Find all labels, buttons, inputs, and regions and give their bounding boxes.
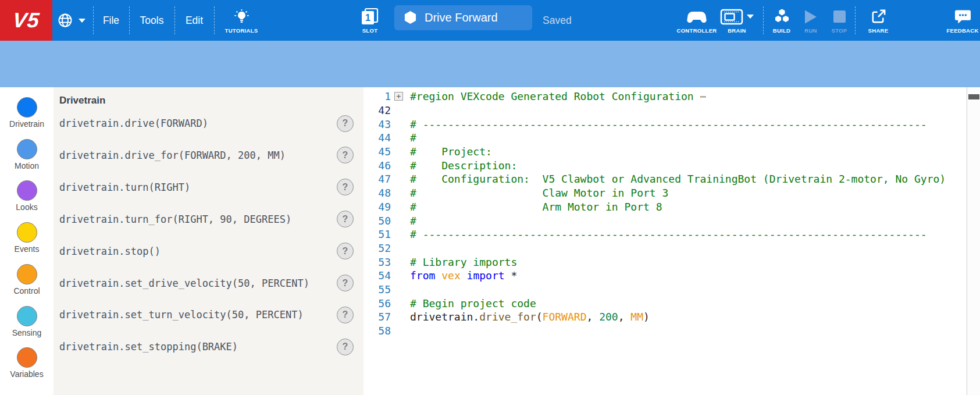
command-row[interactable]: drivetrain.stop()? bbox=[54, 235, 364, 267]
code-token: vex bbox=[441, 269, 461, 282]
code-line[interactable]: 50# bbox=[364, 213, 967, 227]
line-number: 56 bbox=[364, 297, 391, 309]
code-line[interactable]: 43# ------------------------------------… bbox=[364, 117, 967, 131]
editor-scrollbar[interactable] bbox=[967, 87, 980, 395]
sidebar-item-sensing[interactable]: Sensing bbox=[0, 306, 54, 337]
command-row[interactable]: drivetrain.turn_for(RIGHT, 90, DEGREES)? bbox=[54, 203, 364, 235]
slot-button[interactable]: 1 SLOT bbox=[356, 0, 384, 41]
code-token: # Begin project code bbox=[410, 297, 536, 309]
command-row[interactable]: drivetrain.drive_for(FORWARD, 200, MM)? bbox=[54, 139, 364, 171]
category-circle-icon bbox=[17, 139, 37, 159]
code-editor[interactable]: 1+#region VEXcode Generated Robot Config… bbox=[364, 87, 980, 395]
line-number: 42 bbox=[364, 104, 391, 116]
share-button[interactable]: SHARE bbox=[864, 0, 892, 41]
command-help-button[interactable]: ? bbox=[337, 211, 354, 227]
command-help-button[interactable]: ? bbox=[337, 307, 354, 323]
sidebar-item-looks[interactable]: Looks bbox=[0, 180, 54, 212]
code-lines: 1+#region VEXcode Generated Robot Config… bbox=[364, 90, 967, 337]
command-help-button[interactable]: ? bbox=[337, 243, 354, 259]
category-circle-icon bbox=[17, 180, 37, 201]
menu-file[interactable]: File bbox=[93, 0, 129, 41]
code-line[interactable]: 53# Library imports bbox=[364, 255, 967, 269]
code-line[interactable]: 44# bbox=[364, 131, 967, 145]
line-number: 48 bbox=[364, 187, 391, 199]
run-button[interactable]: RUN bbox=[798, 0, 824, 41]
palette-header: Drivetrain bbox=[59, 95, 105, 106]
sidebar-item-drivetrain[interactable]: Drivetrain bbox=[0, 97, 54, 129]
feedback-button[interactable]: FEEDBACK bbox=[943, 0, 980, 41]
menu-edit[interactable]: Edit bbox=[174, 0, 214, 41]
workspace-toolbar: Code ? bbox=[0, 41, 980, 87]
tutorials-button[interactable]: TUTORIALS bbox=[214, 0, 269, 41]
controller-button[interactable]: CONTROLLER bbox=[675, 0, 719, 41]
code-line[interactable]: 52 bbox=[364, 241, 967, 255]
line-number: 55 bbox=[364, 283, 391, 296]
command-row[interactable]: drivetrain.set_turn_velocity(50, PERCENT… bbox=[54, 299, 364, 331]
sidebar-item-variables[interactable]: Variables bbox=[0, 347, 54, 379]
sidebar-item-control[interactable]: Control bbox=[0, 264, 54, 296]
command-help-button[interactable]: ? bbox=[337, 147, 354, 163]
command-text: drivetrain.turn(RIGHT) bbox=[59, 182, 190, 193]
code-line[interactable]: 46# Description: bbox=[364, 158, 967, 172]
line-number: 57 bbox=[364, 311, 391, 323]
code-line[interactable]: 54from vex import * bbox=[364, 269, 967, 283]
line-number: 50 bbox=[364, 215, 391, 227]
command-help-button[interactable]: ? bbox=[337, 179, 354, 195]
svg-text:1: 1 bbox=[365, 13, 370, 23]
command-help-button[interactable]: ? bbox=[337, 339, 354, 355]
line-number: 58 bbox=[364, 325, 391, 337]
command-text: drivetrain.drive(FORWARD) bbox=[59, 118, 208, 129]
line-number: 47 bbox=[364, 173, 391, 185]
code-token: # --------------------------------------… bbox=[410, 228, 927, 240]
category-label: Events bbox=[15, 244, 40, 254]
command-help-button[interactable]: ? bbox=[337, 275, 354, 291]
code-line[interactable]: 45# Project: bbox=[364, 145, 967, 159]
line-number: 52 bbox=[364, 242, 391, 254]
project-name: Drive Forward bbox=[425, 11, 498, 24]
menu-tools[interactable]: Tools bbox=[129, 0, 174, 41]
category-circle-icon bbox=[17, 347, 37, 368]
build-button[interactable]: BUILD bbox=[768, 0, 795, 41]
code-line[interactable]: 1+#region VEXcode Generated Robot Config… bbox=[364, 90, 967, 104]
code-token: ) bbox=[643, 311, 650, 323]
hexagon-icon bbox=[404, 10, 417, 25]
command-row[interactable]: drivetrain.drive(FORWARD)? bbox=[54, 108, 364, 140]
vexcode-v5-logo[interactable]: V5 bbox=[0, 0, 52, 41]
sidebar-item-events[interactable]: Events bbox=[0, 222, 54, 254]
code-text: #region VEXcode Generated Robot Configur… bbox=[410, 90, 967, 102]
project-name-button[interactable]: Drive Forward bbox=[394, 5, 532, 30]
scrollbar-thumb[interactable] bbox=[968, 94, 979, 99]
sidebar-item-motion[interactable]: Motion bbox=[0, 139, 54, 170]
code-token: # Library imports bbox=[410, 256, 517, 268]
code-token bbox=[461, 269, 467, 282]
command-text: drivetrain.set_drive_velocity(50, PERCEN… bbox=[59, 277, 309, 289]
code-line[interactable]: 56# Begin project code bbox=[364, 296, 967, 310]
code-line[interactable]: 57drivetrain.drive_for(FORWARD, 200, MM) bbox=[364, 310, 967, 324]
fold-column: + bbox=[391, 92, 410, 101]
code-text: # Arm Motor in Port 8 bbox=[410, 201, 967, 213]
slot-icon: 1 bbox=[360, 8, 380, 26]
code-token: # Description: bbox=[410, 159, 517, 172]
code-line[interactable]: 47# Configuration: V5 Clawbot or Advance… bbox=[364, 172, 967, 186]
line-number: 45 bbox=[364, 145, 391, 158]
code-line[interactable]: 58 bbox=[364, 324, 967, 338]
code-line[interactable]: 42 bbox=[364, 104, 967, 118]
command-help-button[interactable]: ? bbox=[337, 115, 354, 132]
line-number: 53 bbox=[364, 256, 391, 268]
command-row[interactable]: drivetrain.set_stopping(BRAKE)? bbox=[54, 331, 364, 363]
code-text: # --------------------------------------… bbox=[410, 228, 967, 240]
code-line[interactable]: 55 bbox=[364, 283, 967, 297]
command-row[interactable]: drivetrain.set_drive_velocity(50, PERCEN… bbox=[54, 267, 364, 299]
logo-text: V5 bbox=[12, 8, 41, 33]
code-token: # Claw Motor in Port 3 bbox=[410, 187, 668, 199]
command-text: drivetrain.turn_for(RIGHT, 90, DEGREES) bbox=[59, 213, 291, 225]
fold-expand-icon[interactable]: + bbox=[394, 92, 403, 101]
stop-button[interactable]: STOP bbox=[826, 0, 852, 41]
code-line[interactable]: 49# Arm Motor in Port 8 bbox=[364, 200, 967, 214]
code-line[interactable]: 48# Claw Motor in Port 3 bbox=[364, 186, 967, 200]
code-token: ⋯ bbox=[694, 90, 707, 102]
language-selector[interactable] bbox=[57, 0, 85, 41]
brain-button[interactable]: BRAIN bbox=[718, 0, 756, 41]
command-row[interactable]: drivetrain.turn(RIGHT)? bbox=[54, 171, 364, 203]
code-line[interactable]: 51# ------------------------------------… bbox=[364, 227, 967, 241]
